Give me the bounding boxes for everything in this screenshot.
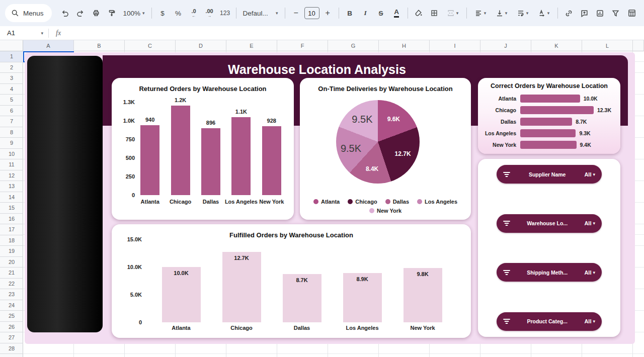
column-header-G[interactable]: G: [328, 40, 379, 51]
column-header-D[interactable]: D: [176, 40, 226, 51]
comment-add-icon: [580, 9, 589, 18]
font-size-input[interactable]: 10: [304, 7, 319, 19]
increase-decimal-button[interactable]: .00 →: [202, 6, 217, 20]
column-header-J[interactable]: J: [480, 40, 531, 51]
font-name-select[interactable]: Defaul... ▾: [240, 6, 281, 20]
row-header-23[interactable]: 23: [0, 289, 23, 300]
menus-button[interactable]: Menus: [5, 4, 52, 22]
more-formats-button[interactable]: 123: [218, 6, 232, 20]
row-header-21[interactable]: 21: [0, 267, 23, 279]
row-header-15[interactable]: 15: [0, 203, 23, 214]
row-header-9[interactable]: 9: [0, 138, 23, 149]
name-box[interactable]: A1 ▾: [0, 26, 48, 40]
italic-button[interactable]: I: [358, 6, 373, 20]
row-header-6[interactable]: 6: [0, 106, 23, 117]
filter-shipping-method[interactable]: Shipping Meth... All ▾: [497, 263, 602, 282]
column-header-H[interactable]: H: [379, 40, 430, 51]
row-header-11[interactable]: 11: [0, 159, 23, 170]
row-header-26[interactable]: 26: [0, 322, 23, 333]
row-header-7[interactable]: 7: [0, 116, 23, 127]
filter-product-category[interactable]: Product Categ... All ▾: [497, 312, 602, 331]
bold-button[interactable]: B: [343, 6, 357, 20]
strikethrough-button[interactable]: S: [374, 6, 388, 20]
legend-dot: [348, 199, 353, 204]
row-header-16[interactable]: 16: [0, 214, 23, 225]
filter-supplier-name[interactable]: Supplier Name All ▾: [497, 165, 602, 184]
row-header-25[interactable]: 25: [0, 311, 23, 322]
row-header-4[interactable]: 4: [0, 84, 23, 95]
insert-link-button[interactable]: [561, 6, 576, 20]
format-percent-button[interactable]: %: [171, 6, 186, 20]
column-header-A[interactable]: A: [23, 40, 74, 51]
category-label: Los Angeles: [484, 130, 520, 136]
hbar-row-Los Angeles: Los Angeles9.3K: [484, 129, 616, 137]
row-header-17[interactable]: 17: [0, 224, 23, 235]
arrow-right-icon: →: [207, 14, 211, 18]
text-rotation-icon: [538, 9, 546, 17]
row-header-2[interactable]: 2: [0, 62, 23, 73]
insert-chart-button[interactable]: [593, 6, 607, 20]
row-header-28[interactable]: 28: [0, 343, 23, 354]
chart-fulfilled-orders[interactable]: Fulfilled Orders by Warehouse Location 0…: [112, 224, 471, 338]
select-all-corner[interactable]: [0, 40, 23, 51]
row-header-1[interactable]: 1: [0, 51, 23, 62]
row-header-14[interactable]: 14: [0, 192, 23, 203]
redo-button[interactable]: [73, 6, 88, 20]
zoom-select[interactable]: 100% ▾: [120, 6, 148, 20]
decrease-font-size-button[interactable]: −: [289, 6, 303, 20]
column-header-K[interactable]: K: [531, 40, 582, 51]
row-header-19[interactable]: 19: [0, 246, 23, 257]
chart-returned-orders[interactable]: Returned Orders by Warehouse Location 02…: [112, 78, 294, 220]
column-header-F[interactable]: F: [277, 40, 328, 51]
row-header-13[interactable]: 13: [0, 181, 23, 192]
bar-value-label: 12.7K: [222, 255, 261, 261]
column-header-E[interactable]: E: [226, 40, 277, 51]
text-rotation-button[interactable]: ▾: [534, 6, 554, 20]
functions-button[interactable]: [625, 6, 639, 20]
column-header-C[interactable]: C: [125, 40, 176, 51]
row-header-20[interactable]: 20: [0, 257, 23, 268]
row-header-3[interactable]: 3: [0, 73, 23, 84]
row-header-22[interactable]: 22: [0, 279, 23, 290]
hbar-row-Dallas: Dallas8.7K: [484, 117, 616, 126]
align-left-icon: [474, 9, 482, 17]
chevron-down-icon: ▾: [484, 11, 487, 16]
bar-value-label: 8.9K: [343, 276, 382, 282]
bar-value-label: 10.0K: [162, 270, 201, 276]
paint-format-button[interactable]: [105, 6, 119, 20]
column-header-L[interactable]: L: [582, 40, 633, 51]
format-currency-button[interactable]: $: [155, 6, 170, 20]
insert-comment-button[interactable]: [577, 6, 592, 20]
vertical-align-button[interactable]: ▾: [492, 6, 512, 20]
horizontal-align-button[interactable]: ▾: [470, 6, 491, 20]
undo-button[interactable]: [58, 6, 72, 20]
print-button[interactable]: [89, 6, 104, 20]
filter-icon: [611, 9, 620, 18]
row-header-5[interactable]: 5: [0, 95, 23, 106]
text-wrap-button[interactable]: ▾: [513, 6, 533, 20]
filter-warehouse-location[interactable]: Warehouse Lo... All ▾: [497, 214, 602, 233]
row-header-27[interactable]: 27: [0, 332, 23, 343]
merge-cells-button[interactable]: ▾: [443, 6, 463, 20]
y-tick-label: 0: [120, 319, 142, 325]
borders-button[interactable]: [427, 6, 442, 20]
text-color-button[interactable]: A: [389, 6, 404, 20]
row-header-18[interactable]: 18: [0, 235, 23, 246]
create-filter-button[interactable]: [608, 6, 623, 20]
row-header-12[interactable]: 12: [0, 170, 23, 182]
hbar-rows: Atlanta10.0KChicago12.3KDallas8.7KLos An…: [484, 94, 616, 152]
filter-icon: [503, 220, 510, 226]
y-tick-label: 5.0K: [120, 292, 142, 298]
row-header-24[interactable]: 24: [0, 300, 23, 311]
chart-on-time-deliveries[interactable]: On-Time Deliveries by Warehouse Location…: [300, 78, 471, 220]
filter-icon: [503, 318, 510, 324]
increase-font-size-button[interactable]: +: [320, 6, 335, 20]
row-header-10[interactable]: 10: [0, 149, 23, 160]
column-header-B[interactable]: B: [74, 40, 125, 51]
fill-color-button[interactable]: [412, 6, 426, 20]
decrease-decimal-button[interactable]: .0 ←: [187, 6, 201, 20]
undo-icon: [61, 9, 69, 17]
row-header-8[interactable]: 8: [0, 127, 23, 138]
column-header-I[interactable]: I: [430, 40, 480, 51]
chart-correct-orders[interactable]: Correct Orders by Warehouse Location Atl…: [478, 78, 620, 154]
